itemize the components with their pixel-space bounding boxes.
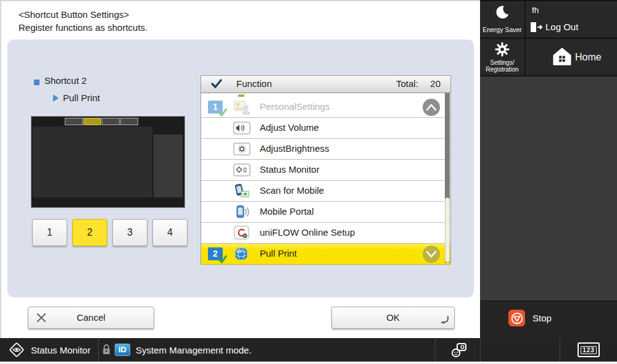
energy-saver-label: Energy Saver [480, 26, 524, 33]
log-out-button[interactable]: fh Log Out [526, 1, 617, 38]
square-bullet-icon [34, 80, 39, 85]
triangle-bullet-icon [53, 94, 59, 102]
enter-hook-icon [439, 315, 449, 326]
settings-label-line2: Registration [480, 66, 524, 73]
list-item-label: AdjustBrightness [260, 143, 329, 154]
status-monitor-button[interactable]: Status Monitor [31, 345, 91, 355]
list-item[interactable]: Scan for Mobile [201, 181, 450, 202]
function-column-header: Function [236, 78, 272, 89]
list-item[interactable]: 2Pull Print [201, 244, 450, 265]
shortcut-button-2[interactable]: 2 [72, 219, 107, 246]
mobile-portal-icon [233, 204, 251, 220]
check-column-icon [211, 79, 222, 91]
stop-icon [508, 310, 525, 326]
language-switch-icon[interactable] [449, 341, 469, 363]
list-item[interactable]: AdjustBrightness [201, 139, 450, 160]
preview-slot-4 [120, 118, 138, 125]
preview-slot-1 [65, 118, 83, 125]
shortcut-number-buttons: 1234 [32, 219, 188, 246]
scan-for-mobile-icon [233, 183, 251, 199]
divider [98, 338, 99, 362]
home-icon [552, 46, 573, 70]
check-icon [218, 255, 227, 263]
list-item[interactable]: 1PersonalSettings [201, 97, 450, 118]
page-title: <Shortcut Button Settings> [19, 8, 147, 21]
preview-slot-2-active [83, 118, 101, 125]
ok-label: OK [332, 312, 454, 323]
list-item[interactable]: Mobile Portal [201, 202, 450, 223]
total-label: Total: [396, 78, 418, 89]
adjust-volume-icon [233, 120, 251, 136]
right-panel-body [480, 77, 617, 299]
list-item-label: Pull Print [260, 248, 297, 259]
shortcut-button-4[interactable]: 4 [152, 219, 188, 246]
settings-registration-button[interactable]: Settings/ Registration [480, 39, 524, 75]
divider [480, 338, 481, 362]
check-icon [218, 109, 227, 117]
list-item[interactable]: Status Monitor [201, 160, 450, 181]
status-monitor-icon [233, 162, 251, 178]
screen-preview [31, 116, 185, 208]
total-value: 20 [418, 78, 441, 89]
cancel-label: Cancel [28, 312, 154, 323]
assigned-function-label: Pull Print [63, 93, 100, 103]
status-message: System Management mode. [136, 345, 252, 355]
home-label: Home [575, 52, 602, 63]
scroll-up-button[interactable] [423, 99, 440, 116]
page-subtitle: Register functions as shortcuts. [19, 21, 147, 34]
shortcut-button-3[interactable]: 3 [112, 219, 147, 246]
numeric-keypad-button[interactable]: 123 [578, 342, 600, 357]
stop-button[interactable]: Stop [480, 299, 617, 338]
right-control-panel: Energy Saver fh Log Out [480, 0, 617, 338]
bottom-margin [0, 362, 617, 364]
shortcut-button-1[interactable]: 1 [32, 219, 67, 246]
list-item-label: uniFLOW Online Setup [260, 227, 355, 238]
device-screen: <Shortcut Button Settings> Register func… [0, 0, 617, 364]
cancel-button[interactable]: Cancel [28, 307, 154, 329]
list-item-label: Mobile Portal [260, 206, 314, 217]
ok-button[interactable]: OK [331, 307, 455, 329]
divider [560, 338, 560, 362]
id-badge: ID [115, 344, 130, 356]
list-item[interactable]: uniFLOW Online Setup [201, 223, 450, 244]
settings-label-line1: Settings/ [480, 59, 524, 66]
list-item-label: PersonalSettings [260, 101, 329, 112]
moon-icon [494, 4, 510, 23]
preview-shortcut-slots [65, 118, 138, 125]
list-scrollbar[interactable] [445, 93, 450, 263]
status-monitor-icon [8, 341, 25, 361]
list-item-label: Scan for Mobile [260, 185, 324, 196]
preview-slot-3 [102, 118, 120, 125]
list-item[interactable]: Adjust Volume [201, 118, 450, 139]
shortcut-number-badge: 2 [208, 247, 223, 260]
function-rows: 1PersonalSettingsAdjust VolumeAdjustBrig… [201, 97, 450, 263]
stop-label: Stop [532, 313, 552, 323]
uniflow-online-setup-icon [233, 225, 251, 241]
shortcut-number-badge: 1 [208, 101, 223, 114]
personal-settings-icon [233, 99, 251, 115]
divider [435, 338, 436, 362]
scroll-down-button[interactable] [423, 246, 440, 263]
log-out-label: Log Out [545, 22, 578, 32]
preview-main-area [33, 126, 152, 197]
keypad-label: 123 [581, 346, 597, 354]
list-item-label: Status Monitor [260, 164, 320, 175]
function-list: Function Total: 20 1PersonalSettingsAdju… [201, 75, 451, 264]
preview-side-area [154, 134, 183, 197]
scrollbar-thumb[interactable] [445, 197, 450, 263]
status-bar: Status Monitor ID System Management mode… [0, 338, 617, 362]
log-out-icon [529, 20, 543, 36]
adjust-brightness-icon [233, 141, 251, 157]
shortcut-slot-label: Shortcut 2 [44, 75, 86, 86]
page-title-block: <Shortcut Button Settings> Register func… [19, 8, 147, 34]
list-item-label: Adjust Volume [260, 122, 319, 133]
gear-icon [494, 41, 510, 60]
function-list-header: Function Total: 20 [201, 76, 450, 93]
energy-saver-button[interactable]: Energy Saver [480, 1, 524, 38]
user-name: fh [532, 6, 539, 15]
lock-icon [102, 344, 111, 358]
pull-print-icon [233, 246, 251, 262]
home-button[interactable]: Home [526, 39, 617, 75]
